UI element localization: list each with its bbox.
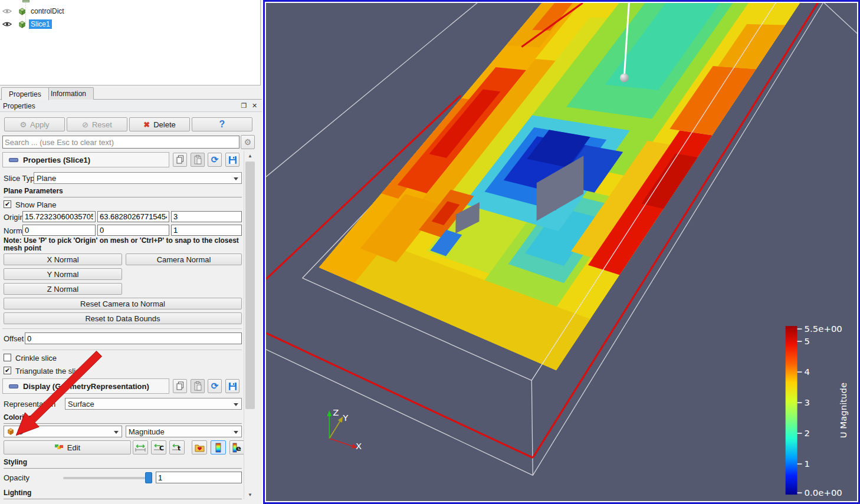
lighting-title: Lighting bbox=[4, 489, 242, 499]
color-array-combo[interactable]: U bbox=[4, 426, 122, 437]
offset-field[interactable] bbox=[25, 332, 242, 344]
pipeline-item-controldict[interactable]: controlDict bbox=[0, 5, 260, 17]
pipeline-item-label[interactable]: controlDict bbox=[29, 6, 66, 16]
origin-x-field[interactable] bbox=[22, 211, 96, 222]
y-normal-button[interactable]: Y Normal bbox=[4, 268, 122, 280]
rescale-custom-range-button[interactable]: C bbox=[151, 440, 166, 454]
left-panel: controlDict Slice1 Properties bbox=[0, 0, 262, 504]
camera-normal-button[interactable]: Camera Normal bbox=[126, 253, 242, 265]
legend-tick-label: 5.5e+00 bbox=[805, 324, 842, 334]
delete-button[interactable]: ✖ Delete bbox=[129, 117, 190, 131]
apply-button[interactable]: ⚙ Apply bbox=[4, 117, 65, 131]
scroll-up-icon[interactable]: ▲ bbox=[245, 151, 255, 160]
color-legend-bar bbox=[786, 326, 797, 495]
representation-value: Surface bbox=[68, 400, 94, 409]
eye-icon[interactable] bbox=[2, 21, 12, 28]
normal-y-field[interactable] bbox=[97, 225, 169, 236]
pipeline-item-label-selected[interactable]: Slice1 bbox=[29, 19, 52, 29]
apply-button-label: Apply bbox=[30, 120, 50, 129]
axis-label-x: X bbox=[356, 441, 362, 452]
rescale-temporal-range-button[interactable]: t bbox=[169, 440, 185, 454]
paste-display-button[interactable] bbox=[191, 379, 205, 393]
legend-tick-label: 0.0e+00 bbox=[805, 487, 842, 498]
chevron-down-icon bbox=[234, 403, 238, 406]
show-color-legend-button[interactable] bbox=[211, 440, 226, 454]
separator bbox=[2, 328, 242, 329]
offset-label: Offset bbox=[4, 334, 24, 343]
rescale-range-icon bbox=[135, 443, 146, 452]
refresh-icon: ⟳ bbox=[211, 154, 219, 165]
pipeline-item-slice1[interactable]: Slice1 bbox=[0, 18, 260, 30]
eye-icon[interactable] bbox=[2, 8, 12, 15]
rescale-temporal-icon: t bbox=[172, 443, 182, 452]
pick-note-text: Note: Use 'P' to pick 'Origin' on mesh o… bbox=[4, 237, 243, 252]
paste-icon bbox=[193, 155, 202, 164]
triangulate-checkbox[interactable]: ✔ bbox=[4, 367, 11, 374]
normal-z-field[interactable] bbox=[171, 225, 242, 236]
color-component-combo[interactable]: Magnitude bbox=[126, 426, 242, 437]
save-defaults-button[interactable] bbox=[225, 153, 239, 167]
legend-tick-label: 1 bbox=[805, 459, 810, 469]
crinkle-slice-checkbox[interactable] bbox=[4, 354, 11, 361]
edit-color-legend-button[interactable]: e bbox=[229, 440, 245, 454]
help-button[interactable]: ? bbox=[192, 117, 252, 131]
search-options-button[interactable]: ⚙ bbox=[241, 135, 255, 149]
pipeline-browser[interactable]: controlDict Slice1 bbox=[0, 0, 261, 85]
x-normal-button[interactable]: X Normal bbox=[4, 253, 122, 265]
choose-preset-button[interactable] bbox=[192, 440, 207, 454]
rescale-custom-icon: C bbox=[153, 443, 164, 452]
close-dock-icon[interactable]: ✕ bbox=[250, 101, 259, 110]
scene-3d[interactable]: 5.5e+000.0e+0012345U MagnitudeXYZ bbox=[266, 3, 857, 501]
opacity-slider-handle[interactable] bbox=[145, 472, 152, 483]
representation-label: Representation bbox=[4, 400, 55, 409]
crinkle-slice-label: Crinkle slice bbox=[15, 354, 57, 363]
reset-to-data-bounds-button[interactable]: Reset to Data Bounds bbox=[4, 312, 242, 324]
z-normal-button[interactable]: Z Normal bbox=[4, 283, 122, 295]
normal-x-field[interactable] bbox=[22, 225, 96, 236]
properties-scrollbar[interactable]: ▲ ▼ bbox=[244, 151, 255, 499]
properties-dock-titlebar: Properties ❐ ✕ bbox=[0, 100, 262, 112]
opacity-field[interactable] bbox=[156, 472, 242, 483]
y-normal-label: Y Normal bbox=[47, 270, 79, 279]
tab-information[interactable]: Information bbox=[43, 87, 94, 100]
representation-combo[interactable]: Surface bbox=[65, 398, 242, 410]
scrollbar-thumb[interactable] bbox=[245, 162, 255, 409]
edit-color-map-button[interactable]: Edit bbox=[4, 440, 131, 454]
reset-camera-to-normal-label: Reset Camera to Normal bbox=[80, 299, 165, 308]
checkmark-icon: ✔ bbox=[5, 200, 10, 208]
copy-properties-button[interactable] bbox=[173, 153, 187, 167]
float-dock-icon[interactable]: ❐ bbox=[239, 101, 248, 110]
reset-button[interactable]: ⊘ Reset bbox=[67, 117, 127, 131]
reset-camera-to-normal-button[interactable]: Reset Camera to Normal bbox=[4, 298, 242, 309]
origin-z-field[interactable] bbox=[171, 211, 242, 222]
save-display-defaults-button[interactable] bbox=[225, 379, 239, 393]
axis-label-z: Z bbox=[333, 407, 339, 418]
render-view-canvas[interactable]: 5.5e+000.0e+0012345U MagnitudeXYZ bbox=[265, 2, 858, 502]
reload-properties-button[interactable]: ⟳ bbox=[208, 153, 222, 167]
paste-properties-button[interactable] bbox=[191, 153, 205, 167]
dock-title-label: Properties bbox=[3, 102, 35, 110]
scroll-down-icon[interactable]: ▼ bbox=[245, 490, 255, 499]
search-input[interactable] bbox=[2, 136, 239, 149]
copy-display-button[interactable] bbox=[173, 379, 187, 393]
legend-tick-label: 3 bbox=[805, 397, 810, 408]
origin-y-field[interactable] bbox=[97, 211, 169, 222]
slice-type-combo[interactable]: Plane bbox=[34, 172, 242, 184]
reset-to-data-bounds-label: Reset to Data Bounds bbox=[85, 314, 160, 323]
render-view[interactable]: 5.5e+000.0e+0012345U MagnitudeXYZ bbox=[263, 0, 860, 504]
copy-icon bbox=[176, 381, 185, 391]
reload-display-button[interactable]: ⟳ bbox=[208, 379, 222, 393]
tab-properties-label: Properties bbox=[9, 90, 41, 98]
tab-properties[interactable]: Properties bbox=[1, 87, 49, 100]
rescale-data-range-button[interactable] bbox=[133, 440, 148, 454]
plane-parameters-title: Plane Parameters bbox=[4, 187, 242, 197]
show-plane-checkbox[interactable]: ✔ bbox=[4, 200, 11, 208]
opacity-slider-track[interactable] bbox=[63, 477, 152, 479]
apply-gear-icon: ⚙ bbox=[19, 120, 27, 129]
legend-tick-label: 2 bbox=[805, 428, 810, 439]
svg-text:C: C bbox=[159, 444, 164, 452]
plane-origin-handle bbox=[620, 74, 629, 83]
styling-title: Styling bbox=[4, 458, 242, 469]
properties-slice1-header[interactable]: Properties (Slice1) bbox=[2, 152, 169, 167]
display-header[interactable]: Display (GeometryRepresentation) bbox=[2, 378, 169, 394]
